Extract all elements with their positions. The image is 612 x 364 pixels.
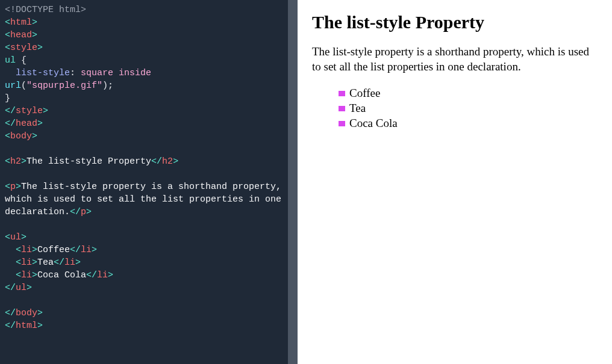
code-line[interactable]: } xyxy=(5,92,283,105)
list-item: Coca Cola xyxy=(336,116,598,131)
preview-list: Coffee Tea Coca Cola xyxy=(312,86,598,131)
code-line[interactable]: <li>Coca Cola</li> xyxy=(5,269,283,282)
code-line[interactable]: </style> xyxy=(5,105,283,117)
code-line[interactable]: </html> xyxy=(5,319,283,332)
code-line[interactable]: <head> xyxy=(5,29,283,42)
code-line[interactable]: url("sqpurple.gif"); xyxy=(5,79,283,92)
preview-paragraph: The list-style property is a shorthand p… xyxy=(312,45,598,74)
code-line[interactable]: <style> xyxy=(5,42,283,54)
code-line[interactable]: </head> xyxy=(5,117,283,130)
code-line[interactable]: <body> xyxy=(5,130,283,143)
preview-pane: The list-style Property The list-style p… xyxy=(298,0,612,364)
preview-heading: The list-style Property xyxy=(312,12,598,32)
code-line[interactable]: </body> xyxy=(5,307,283,319)
code-line[interactable]: <h2>The list-style Property</h2> xyxy=(5,155,283,168)
list-item: Tea xyxy=(336,101,598,116)
code-line[interactable]: list-style: square inside xyxy=(5,67,283,79)
code-line[interactable] xyxy=(5,168,283,180)
code-line[interactable]: ul { xyxy=(5,54,283,67)
code-editor[interactable]: <!DOCTYPE html><html><head><style>ul { l… xyxy=(0,0,288,364)
code-line[interactable]: <li>Tea</li> xyxy=(5,256,283,269)
code-line[interactable]: <li>Coffee</li> xyxy=(5,244,283,256)
code-line[interactable]: <!DOCTYPE html> xyxy=(5,4,283,16)
code-line[interactable]: </ul> xyxy=(5,282,283,294)
code-line[interactable]: <p>The list-style property is a shorthan… xyxy=(5,180,283,218)
code-line[interactable]: <html> xyxy=(5,16,283,29)
code-line[interactable] xyxy=(5,143,283,155)
code-line[interactable]: <ul> xyxy=(5,231,283,244)
code-line[interactable] xyxy=(5,294,283,307)
pane-divider[interactable] xyxy=(288,0,298,364)
code-line[interactable] xyxy=(5,218,283,231)
list-item: Coffee xyxy=(336,86,598,101)
